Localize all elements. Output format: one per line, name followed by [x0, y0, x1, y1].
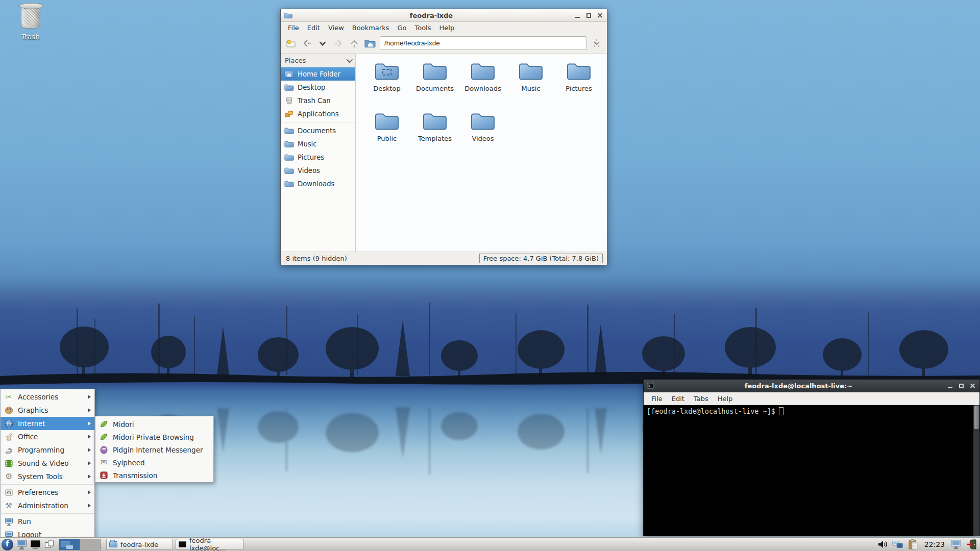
folder-label: Public — [377, 135, 397, 142]
minimize-button[interactable] — [574, 12, 581, 19]
folder-videos[interactable]: Videos — [459, 111, 507, 160]
menu-label: Sound & Video — [18, 459, 68, 467]
fm-menu-edit[interactable]: Edit — [303, 23, 324, 33]
submenu-arrow-icon — [88, 490, 91, 494]
folder-icon — [109, 541, 117, 547]
submenu-pidgin[interactable]: Pidgin Internet Messenger — [95, 443, 213, 456]
folder-icon — [284, 127, 294, 135]
workspace-1[interactable] — [59, 539, 80, 550]
maximize-button[interactable] — [585, 12, 593, 19]
place-home-folder[interactable]: Home Folder — [281, 67, 355, 81]
menu-label: Programming — [18, 446, 64, 454]
terminal-menu-file[interactable]: File — [647, 394, 667, 404]
iconify-all-windows-button[interactable] — [43, 539, 55, 550]
system-tools-icon: ⚙ — [4, 472, 13, 481]
logout-door-icon — [966, 539, 977, 550]
fm-menu-file[interactable]: File — [284, 23, 303, 33]
menu-system-tools[interactable]: ⚙ System Tools — [1, 470, 94, 483]
terminal-menu-tabs[interactable]: Tabs — [689, 394, 713, 404]
home-button[interactable] — [364, 37, 376, 49]
place-downloads[interactable]: Downloads — [281, 177, 355, 190]
desktop-trash-icon[interactable]: Trash — [11, 5, 50, 41]
place-trash-can[interactable]: Trash Can — [281, 94, 355, 107]
task-label: feodra-lxde — [120, 541, 158, 548]
speaker-icon — [877, 539, 888, 550]
submenu-transmission[interactable]: Transmission — [95, 469, 213, 482]
folder-view[interactable]: Desktop Documents Downloads Music Pictur… — [356, 54, 607, 252]
place-applications[interactable]: Applications — [281, 107, 355, 120]
network-monitor[interactable] — [892, 539, 903, 550]
fm-menu-view[interactable]: View — [324, 23, 348, 33]
minimize-button[interactable] — [946, 383, 954, 389]
menu-sound-video[interactable]: Sound & Video — [1, 457, 94, 470]
forward-button[interactable] — [332, 37, 345, 49]
volume-control[interactable] — [877, 539, 888, 550]
submenu-sylpheed[interactable]: ✉ Sylpheed — [95, 456, 213, 469]
new-tab-button[interactable] — [285, 37, 297, 49]
fm-menu-bookmarks[interactable]: Bookmarks — [348, 23, 394, 33]
folder-documents[interactable]: Documents — [411, 61, 459, 110]
place-videos[interactable]: Videos — [281, 164, 355, 177]
menu-internet[interactable]: Internet — [1, 417, 94, 430]
menu-label: Pidgin Internet Messenger — [113, 446, 203, 454]
folder-public[interactable]: Public — [363, 111, 411, 160]
terminal-launcher[interactable] — [30, 539, 41, 550]
terminal-menu-edit[interactable]: Edit — [667, 394, 689, 404]
applications-icon — [284, 110, 294, 118]
file-manager-launcher[interactable] — [16, 539, 27, 550]
logout-button[interactable] — [966, 539, 977, 550]
clock[interactable]: 22:23 — [923, 540, 946, 548]
folder-downloads[interactable]: Downloads — [459, 61, 507, 110]
start-menu-button[interactable]: f — [2, 539, 13, 550]
maximize-button[interactable] — [958, 383, 965, 389]
lock-screen-button[interactable] — [950, 539, 962, 550]
folder-templates[interactable]: Templates — [411, 111, 459, 160]
close-button[interactable] — [596, 12, 604, 19]
show-desktop-icon — [44, 539, 55, 550]
address-bar[interactable] — [380, 36, 587, 50]
fm-menu-go[interactable]: Go — [393, 23, 410, 33]
submenu-midori[interactable]: Midori — [95, 418, 213, 431]
folder-desktop[interactable]: Desktop — [363, 61, 411, 110]
menu-programming[interactable]: Programming — [1, 443, 94, 457]
place-pictures[interactable]: Pictures — [281, 151, 355, 164]
menu-office[interactable]: Office — [1, 430, 94, 443]
taskbar: f feodra-lxde feodra-lxde@loc... — [0, 537, 980, 551]
place-label: Music — [298, 140, 317, 148]
fm-menu-help[interactable]: Help — [435, 23, 459, 33]
place-label: Documents — [298, 127, 336, 135]
terminal-window-icon — [647, 383, 654, 389]
menu-run[interactable]: Run — [1, 515, 94, 528]
back-button[interactable] — [301, 37, 313, 49]
scrollbar-thumb[interactable] — [974, 406, 979, 429]
menu-accessories[interactable]: ✂ Accessories — [1, 390, 94, 404]
history-dropdown-button[interactable] — [316, 37, 329, 49]
terminal-scrollbar[interactable] — [973, 405, 979, 536]
place-music[interactable]: Music — [281, 137, 355, 151]
terminal-titlebar[interactable]: feodra-lxde@localhost-live:~ — [644, 380, 979, 392]
folder-pictures[interactable]: Pictures — [555, 61, 603, 110]
fm-menubar: File Edit View Bookmarks Go Tools Help — [281, 22, 607, 33]
fm-titlebar[interactable]: feodra-lxde — [281, 9, 607, 22]
place-documents[interactable]: Documents — [281, 124, 355, 137]
up-button[interactable] — [348, 37, 360, 49]
task-button-file-manager[interactable]: feodra-lxde — [106, 539, 173, 550]
close-button[interactable] — [969, 383, 976, 389]
clipboard-manager[interactable] — [908, 539, 919, 550]
workspace-2[interactable] — [80, 539, 100, 550]
folder-music[interactable]: Music — [507, 61, 555, 110]
place-desktop[interactable]: Desktop — [281, 81, 355, 94]
menu-administration[interactable]: ⚒ Administration — [1, 499, 94, 512]
menu-graphics[interactable]: Graphics — [1, 404, 94, 417]
places-header[interactable]: Places — [281, 54, 355, 67]
workspace-pager[interactable] — [59, 539, 101, 550]
fm-menu-tools[interactable]: Tools — [410, 23, 435, 33]
jump-button[interactable] — [591, 37, 603, 49]
folder-icon — [375, 61, 399, 81]
menu-preferences[interactable]: Preferences — [1, 486, 94, 499]
place-label: Pictures — [298, 154, 324, 161]
terminal-content[interactable]: [feodra-lxde@localhost-live ~]$ — [644, 405, 979, 536]
submenu-midori-private[interactable]: Midori Private Browsing — [95, 431, 213, 443]
task-button-terminal[interactable]: feodra-lxde@loc... — [176, 539, 243, 550]
terminal-menu-help[interactable]: Help — [713, 394, 738, 404]
